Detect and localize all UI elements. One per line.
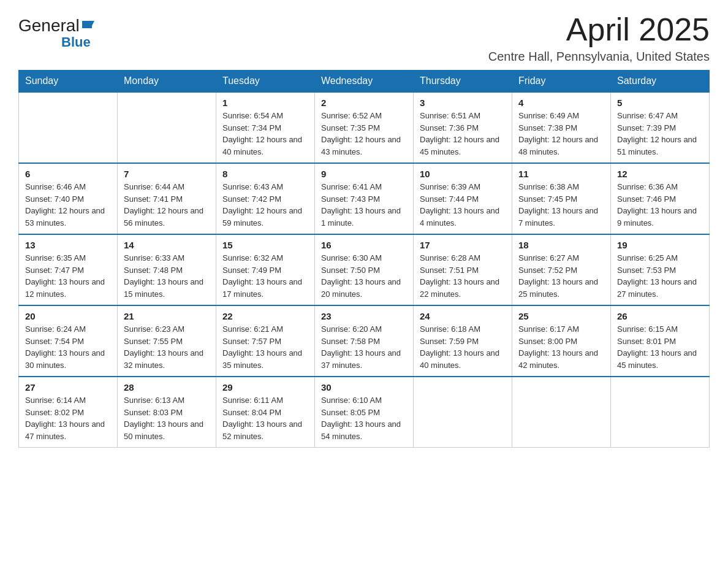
day-info: Sunrise: 6:35 AMSunset: 7:47 PMDaylight:… [25,252,111,300]
day-number: 13 [25,240,111,250]
day-info: Sunrise: 6:10 AMSunset: 8:05 PMDaylight:… [321,394,407,442]
calendar-header-wednesday: Wednesday [315,71,414,93]
day-info: Sunrise: 6:33 AMSunset: 7:48 PMDaylight:… [124,252,210,300]
calendar-cell: 6Sunrise: 6:46 AMSunset: 7:40 PMDaylight… [19,163,118,234]
calendar-cell: 17Sunrise: 6:28 AMSunset: 7:51 PMDayligh… [414,234,512,305]
logo-blue-text: Blue [61,34,91,50]
day-info: Sunrise: 6:36 AMSunset: 7:46 PMDaylight:… [617,181,703,229]
day-number: 21 [124,311,210,321]
calendar-header-thursday: Thursday [414,71,512,93]
day-info: Sunrise: 6:21 AMSunset: 7:57 PMDaylight:… [222,323,308,371]
day-number: 12 [617,169,703,179]
day-info: Sunrise: 6:44 AMSunset: 7:41 PMDaylight:… [124,181,210,229]
day-info: Sunrise: 6:41 AMSunset: 7:43 PMDaylight:… [321,181,407,229]
logo-flag-icon [81,20,94,33]
calendar-cell: 3Sunrise: 6:51 AMSunset: 7:36 PMDaylight… [414,92,512,163]
calendar-cell: 14Sunrise: 6:33 AMSunset: 7:48 PMDayligh… [118,234,216,305]
day-number: 28 [124,382,210,393]
calendar-cell: 21Sunrise: 6:23 AMSunset: 7:55 PMDayligh… [118,305,216,377]
day-info: Sunrise: 6:46 AMSunset: 7:40 PMDaylight:… [25,181,111,229]
calendar-week-row: 6Sunrise: 6:46 AMSunset: 7:40 PMDaylight… [19,163,710,234]
day-number: 8 [222,169,308,179]
day-info: Sunrise: 6:32 AMSunset: 7:49 PMDaylight:… [222,252,308,300]
calendar-cell: 10Sunrise: 6:39 AMSunset: 7:44 PMDayligh… [414,163,512,234]
day-number: 19 [617,240,703,250]
day-info: Sunrise: 6:11 AMSunset: 8:04 PMDaylight:… [222,394,308,442]
calendar-week-row: 27Sunrise: 6:14 AMSunset: 8:02 PMDayligh… [19,377,710,448]
calendar-cell: 5Sunrise: 6:47 AMSunset: 7:39 PMDaylight… [611,92,710,163]
day-info: Sunrise: 6:30 AMSunset: 7:50 PMDaylight:… [321,252,407,300]
calendar-cell: 8Sunrise: 6:43 AMSunset: 7:42 PMDaylight… [216,163,315,234]
calendar-cell [414,377,512,448]
calendar-week-row: 13Sunrise: 6:35 AMSunset: 7:47 PMDayligh… [19,234,710,305]
calendar-cell [512,377,611,448]
day-number: 18 [518,240,604,250]
day-number: 17 [420,240,506,250]
day-number: 5 [617,98,703,108]
day-number: 24 [420,311,506,321]
calendar-cell: 18Sunrise: 6:27 AMSunset: 7:52 PMDayligh… [512,234,611,305]
day-number: 1 [222,98,308,108]
day-number: 27 [25,382,111,393]
day-info: Sunrise: 6:20 AMSunset: 7:58 PMDaylight:… [321,323,407,371]
day-info: Sunrise: 6:15 AMSunset: 8:01 PMDaylight:… [617,323,703,371]
calendar-cell: 29Sunrise: 6:11 AMSunset: 8:04 PMDayligh… [216,377,315,448]
day-info: Sunrise: 6:17 AMSunset: 8:00 PMDaylight:… [518,323,604,371]
calendar-cell: 2Sunrise: 6:52 AMSunset: 7:35 PMDaylight… [315,92,414,163]
calendar-cell: 4Sunrise: 6:49 AMSunset: 7:38 PMDaylight… [512,92,611,163]
day-number: 6 [25,169,111,179]
day-number: 14 [124,240,210,250]
day-info: Sunrise: 6:23 AMSunset: 7:55 PMDaylight:… [124,323,210,371]
day-number: 22 [222,311,308,321]
calendar-cell: 11Sunrise: 6:38 AMSunset: 7:45 PMDayligh… [512,163,611,234]
day-number: 11 [518,169,604,179]
day-info: Sunrise: 6:43 AMSunset: 7:42 PMDaylight:… [222,181,308,229]
page-header: General Blue April 2025 Centre Hall, Pen… [18,12,710,64]
calendar-cell: 27Sunrise: 6:14 AMSunset: 8:02 PMDayligh… [19,377,118,448]
calendar-header-row: SundayMondayTuesdayWednesdayThursdayFrid… [19,71,710,93]
day-info: Sunrise: 6:24 AMSunset: 7:54 PMDaylight:… [25,323,111,371]
day-number: 15 [222,240,308,250]
calendar-cell [118,92,216,163]
calendar-header-monday: Monday [118,71,216,93]
day-number: 10 [420,169,506,179]
day-number: 30 [321,382,407,393]
calendar-cell: 26Sunrise: 6:15 AMSunset: 8:01 PMDayligh… [611,305,710,377]
calendar-cell: 24Sunrise: 6:18 AMSunset: 7:59 PMDayligh… [414,305,512,377]
calendar-cell: 19Sunrise: 6:25 AMSunset: 7:53 PMDayligh… [611,234,710,305]
day-info: Sunrise: 6:39 AMSunset: 7:44 PMDaylight:… [420,181,506,229]
calendar-cell: 30Sunrise: 6:10 AMSunset: 8:05 PMDayligh… [315,377,414,448]
day-number: 23 [321,311,407,321]
calendar-cell: 16Sunrise: 6:30 AMSunset: 7:50 PMDayligh… [315,234,414,305]
calendar-cell: 9Sunrise: 6:41 AMSunset: 7:43 PMDaylight… [315,163,414,234]
day-info: Sunrise: 6:51 AMSunset: 7:36 PMDaylight:… [420,110,506,158]
day-info: Sunrise: 6:52 AMSunset: 7:35 PMDaylight:… [321,110,407,158]
day-number: 4 [518,98,604,108]
calendar-cell: 20Sunrise: 6:24 AMSunset: 7:54 PMDayligh… [19,305,118,377]
calendar-cell: 28Sunrise: 6:13 AMSunset: 8:03 PMDayligh… [118,377,216,448]
day-info: Sunrise: 6:14 AMSunset: 8:02 PMDaylight:… [25,394,111,442]
day-number: 29 [222,382,308,393]
calendar-cell [19,92,118,163]
calendar-header-saturday: Saturday [611,71,710,93]
day-number: 20 [25,311,111,321]
calendar-cell: 13Sunrise: 6:35 AMSunset: 7:47 PMDayligh… [19,234,118,305]
day-info: Sunrise: 6:47 AMSunset: 7:39 PMDaylight:… [617,110,703,158]
day-info: Sunrise: 6:54 AMSunset: 7:34 PMDaylight:… [222,110,308,158]
day-info: Sunrise: 6:27 AMSunset: 7:52 PMDaylight:… [518,252,604,300]
day-number: 3 [420,98,506,108]
calendar-cell: 23Sunrise: 6:20 AMSunset: 7:58 PMDayligh… [315,305,414,377]
calendar-week-row: 20Sunrise: 6:24 AMSunset: 7:54 PMDayligh… [19,305,710,377]
calendar-week-row: 1Sunrise: 6:54 AMSunset: 7:34 PMDaylight… [19,92,710,163]
calendar-cell: 7Sunrise: 6:44 AMSunset: 7:41 PMDaylight… [118,163,216,234]
day-number: 25 [518,311,604,321]
day-info: Sunrise: 6:13 AMSunset: 8:03 PMDaylight:… [124,394,210,442]
calendar-cell: 25Sunrise: 6:17 AMSunset: 8:00 PMDayligh… [512,305,611,377]
calendar-header-tuesday: Tuesday [216,71,315,93]
day-number: 7 [124,169,210,179]
day-number: 26 [617,311,703,321]
calendar-cell [611,377,710,448]
day-info: Sunrise: 6:25 AMSunset: 7:53 PMDaylight:… [617,252,703,300]
calendar-header-sunday: Sunday [19,71,118,93]
day-info: Sunrise: 6:38 AMSunset: 7:45 PMDaylight:… [518,181,604,229]
